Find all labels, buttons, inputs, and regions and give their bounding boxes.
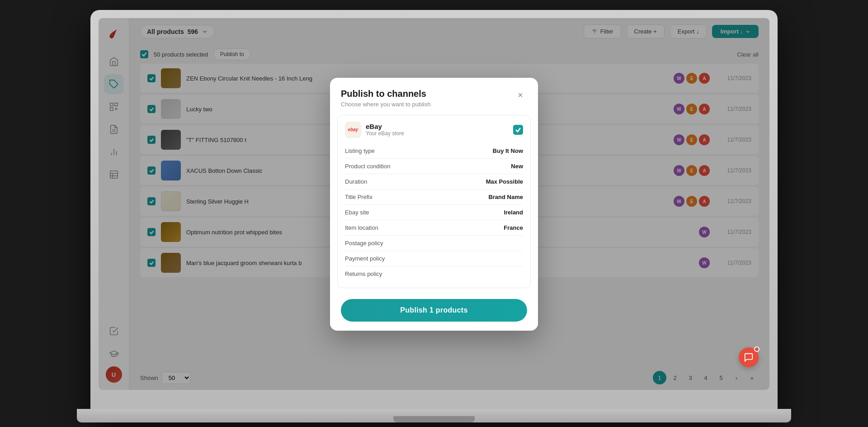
field-label: Ebay site bbox=[345, 209, 369, 216]
field-row: Title Prefix Brand Name bbox=[345, 190, 523, 205]
ebay-logo-text: ebay bbox=[348, 127, 359, 132]
modal-close-button[interactable]: × bbox=[514, 89, 527, 102]
chat-notification-badge bbox=[754, 346, 760, 352]
field-label: Listing type bbox=[345, 147, 375, 154]
channel-header: ebay eBay Your eBay store bbox=[345, 122, 523, 138]
field-value: Brand Name bbox=[488, 194, 523, 200]
channel-desc: Your eBay store bbox=[366, 130, 509, 137]
field-label: Returns policy bbox=[345, 270, 382, 277]
channel-name: eBay bbox=[366, 123, 509, 130]
field-value: Max Possible bbox=[486, 178, 523, 185]
field-row: Postage policy bbox=[345, 236, 523, 251]
field-value: New bbox=[511, 163, 523, 170]
publish-modal: Publish to channels Choose where you wan… bbox=[330, 78, 538, 331]
field-row: Ebay site Ireland bbox=[345, 205, 523, 220]
modal-subtitle: Choose where you want to publish bbox=[341, 101, 431, 108]
channel-check-icon bbox=[515, 127, 521, 133]
ebay-channel-item: ebay eBay Your eBay store Listing type B… bbox=[337, 115, 531, 288]
field-label: Postage policy bbox=[345, 240, 383, 247]
channel-fields: Listing type Buy It Now Product conditio… bbox=[345, 143, 523, 281]
field-value: France bbox=[504, 224, 523, 231]
field-row: Returns policy bbox=[345, 266, 523, 281]
field-label: Item location bbox=[345, 224, 378, 231]
field-value: Ireland bbox=[504, 209, 523, 216]
chat-icon bbox=[744, 352, 754, 362]
modal-footer: Publish 1 products bbox=[330, 292, 538, 331]
ebay-icon: ebay bbox=[345, 122, 361, 138]
publish-button[interactable]: Publish 1 products bbox=[341, 299, 527, 322]
modal-header: Publish to channels Choose where you wan… bbox=[330, 78, 538, 115]
field-label: Product condition bbox=[345, 163, 390, 170]
field-row: Listing type Buy It Now bbox=[345, 143, 523, 159]
field-label: Payment policy bbox=[345, 255, 385, 262]
field-value: Buy It Now bbox=[493, 147, 523, 154]
field-label: Title Prefix bbox=[345, 194, 373, 200]
field-row: Duration Max Possible bbox=[345, 174, 523, 190]
modal-overlay[interactable]: Publish to channels Choose where you wan… bbox=[99, 18, 769, 390]
field-row: Item location France bbox=[345, 220, 523, 236]
modal-title: Publish to channels bbox=[341, 89, 431, 99]
channel-list: ebay eBay Your eBay store Listing type B… bbox=[330, 115, 538, 292]
chat-button[interactable] bbox=[739, 347, 759, 367]
field-label: Duration bbox=[345, 178, 367, 185]
field-row: Product condition New bbox=[345, 159, 523, 174]
channel-checkbox[interactable] bbox=[513, 125, 523, 135]
field-row: Payment policy bbox=[345, 251, 523, 266]
